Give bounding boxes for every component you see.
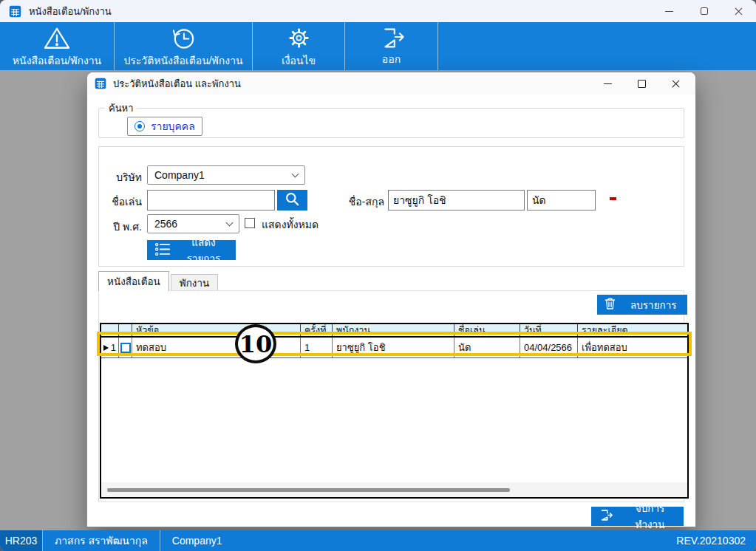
app-icon [9,5,21,18]
show-all-label: แสดงทั้งหมด [262,216,319,233]
warning-letters-table: หัวข้อ ครั้งที่ พนักงาน ชื่อเล่น วันที่ … [100,323,689,499]
status-user: ภาสกร สราพัฒนากุล [43,533,160,549]
filter-form: บริษัท Company1 ชื่อเล่น ชื่อ-สกุล ปี พ.… [98,146,684,267]
radio-by-person[interactable]: รายบุคคล [127,117,202,136]
list-icon [154,242,171,259]
main-window-title: หนังสือเตือน/พักงาน [29,4,112,19]
col-employee: พนักงาน [333,324,454,336]
nickname-short-input[interactable] [527,190,596,211]
row-indicator-icon [103,345,109,351]
show-all-checkbox[interactable] [245,218,255,228]
toolbar-item-history[interactable]: ประวัติหนังสือเตือน/พักงาน [115,22,252,70]
exit-door-small-icon [599,509,613,524]
window-controls [652,0,756,22]
company-select[interactable]: Company1 [147,165,305,185]
status-revision: REV.20210302 [676,535,756,547]
dialog-titlebar[interactable]: ประวัติหนังสือเตือน และพักงาน [87,72,695,95]
status-module-code: HR203 [0,530,42,551]
cell-date: 04/04/2566 [520,338,578,357]
error-indicator [610,197,616,200]
minimize-button[interactable] [652,0,687,22]
tab-label: หนังสือเตือน [107,273,160,290]
cell-nickname: นัด [454,338,520,357]
tab-suspension[interactable]: พักงาน [171,274,218,291]
chevron-down-icon [226,219,234,227]
delete-item-button-label: ลบรายการ [630,297,677,313]
warning-triangle-icon [43,26,71,54]
cell-checkbox [119,338,132,357]
maximize-icon [701,7,708,15]
maximize-button[interactable] [687,0,721,22]
year-label: ปี พ.ศ. [103,219,142,235]
fullname-input[interactable] [388,190,525,211]
radio-checked-icon [134,121,145,131]
year-select[interactable]: 2566 [147,214,239,233]
toolbar-item-conditions[interactable]: เงื่อนไข [253,22,344,70]
company-select-value: Company1 [154,169,205,181]
cell-detail: เพื่อทดสอบ [578,338,687,357]
status-company: Company1 [160,535,234,547]
gear-icon [286,25,312,54]
finish-button-label: จบการทำงาน [624,500,676,533]
nickname-input[interactable] [147,190,275,211]
minimize-icon [604,83,612,84]
toolbar-item-exit[interactable]: ออก [345,22,437,70]
finish-button[interactable]: จบการทำงาน [591,507,684,526]
search-mode-radios: ปี พ.ศ. รายบุคคล [99,118,684,134]
nickname-label: ชื่อเล่น [103,194,142,210]
horizontal-scrollbar[interactable] [101,482,687,497]
toolbar-item-label: ออก [382,54,401,65]
toolbar-item-label: เงื่อนไข [282,55,316,66]
exit-door-icon [378,27,405,52]
table-row[interactable]: 1 ทดสอบ 1 ยาซูยูกิ โอชิ นัด 04/04/2566 เ… [101,338,687,358]
dialog-title: ประวัติหนังสือเตือน และพักงาน [113,76,241,92]
tab-warning-letters[interactable]: หนังสือเตือน [98,271,169,291]
history-dialog: ประวัติหนังสือเตือน และพักงาน ค้นหา ปี พ… [87,72,695,527]
close-icon [734,7,743,16]
col-checkbox [119,324,132,336]
toolbar-item-label: ประวัติหนังสือเตือน/พักงาน [123,55,242,66]
col-topic: หัวข้อ [132,324,301,336]
cell-topic: ทดสอบ [132,338,301,357]
cell-count: 1 [301,338,333,357]
close-icon [671,79,681,89]
search-button[interactable] [277,190,307,211]
main-toolbar: หนังสือเตือน/พักงาน ประวัติหนังสือเตือน/… [0,22,756,70]
search-group-legend: ค้นหา [105,100,137,116]
toolbar-item-warning-letter[interactable]: หนังสือเตือน/พักงาน [0,22,114,70]
dialog-icon [95,78,106,89]
company-label: บริษัท [103,169,142,185]
minimize-icon [665,11,673,12]
table-header-row: หัวข้อ ครั้งที่ พนักงาน ชื่อเล่น วันที่ … [101,324,687,338]
col-indicator [101,324,119,336]
cell-indicator: 1 [101,338,119,357]
horizontal-scrollbar-thumb[interactable] [107,488,510,492]
row-number: 1 [111,342,116,353]
year-select-value: 2566 [154,218,177,230]
close-button[interactable] [721,0,756,22]
search-icon [285,191,300,209]
show-list-button-label: แสดงรายการ [179,234,228,267]
dialog-maximize-button[interactable] [624,72,658,95]
delete-item-button[interactable]: ลบรายการ [597,295,687,315]
dialog-window-controls [590,72,692,95]
radio-by-person-label: รายบุคคล [151,118,195,134]
col-date: วันที่ [520,324,578,336]
history-clock-icon [171,25,197,54]
cell-employee: ยาซูยูกิ โอชิ [333,338,454,357]
search-groupbox: ค้นหา ปี พ.ศ. รายบุคคล [98,100,684,138]
dialog-close-button[interactable] [658,72,692,95]
col-detail: รายละเอียด [578,324,687,336]
dialog-minimize-button[interactable] [590,72,624,95]
fullname-label: ชื่อ-สกุล [343,194,384,210]
main-titlebar[interactable]: หนังสือเตือน/พักงาน [0,0,756,22]
chevron-down-icon [292,171,299,178]
show-list-button[interactable]: แสดงรายการ [147,240,236,260]
toolbar-separator [437,22,438,70]
col-count: ครั้งที่ [301,324,333,336]
col-nickname: ชื่อเล่น [454,324,520,336]
app-window: หนังสือเตือน/พักงาน หนังสือเตือน/พักงาน … [0,0,756,551]
result-tabs: หนังสือเตือน พักงาน [98,271,218,291]
row-checkbox[interactable] [120,343,131,353]
maximize-icon [638,80,646,88]
